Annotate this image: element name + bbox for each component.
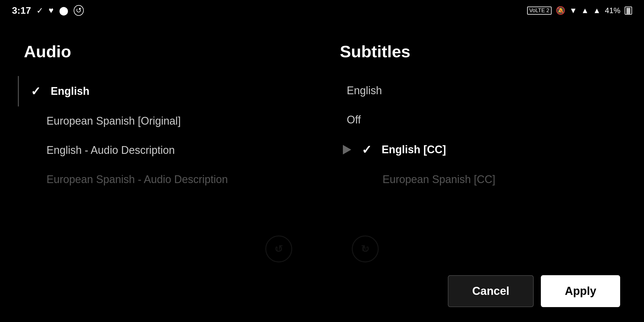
audio-option-english-label: English	[51, 85, 89, 97]
cancel-button[interactable]: Cancel	[448, 275, 534, 307]
audio-option-european-spanish[interactable]: European Spanish [Original]	[24, 106, 304, 136]
audio-section: Audio ✓ English European Spanish [Origin…	[24, 42, 322, 310]
audio-option-european-spanish-ad[interactable]: European Spanish - Audio Description	[24, 165, 304, 194]
check-icon: ✓	[36, 6, 43, 16]
subtitles-title: Subtitles	[340, 42, 620, 61]
subtitles-section: Subtitles English Off ✓ English [CC] Eur…	[322, 42, 620, 310]
subtitles-check-icon: ✓	[358, 143, 376, 157]
audio-option-english[interactable]: ✓ English	[24, 76, 304, 106]
subtitles-play-icon	[340, 145, 358, 154]
subtitles-option-off-label: Off	[347, 114, 361, 126]
background-controls: ↺ 10 ↻ 10	[265, 236, 379, 262]
loop-icon: ↺	[74, 5, 84, 16]
volte2-icon: VoLTE 2	[527, 7, 552, 15]
circle-icon: ⬤	[59, 6, 68, 16]
audio-check-icon: ✓	[24, 84, 45, 98]
subtitles-option-english-cc[interactable]: ✓ English [CC]	[340, 134, 620, 165]
bottom-buttons: Cancel Apply	[448, 275, 620, 307]
subtitles-option-off[interactable]: Off	[340, 105, 620, 134]
status-right: VoLTE 2 🔕 ▼ ▲ ▲ 41% ▓	[527, 6, 632, 15]
subtitles-option-european-spanish-cc[interactable]: European Spanish [CC]	[340, 165, 620, 194]
rewind-label: 10	[275, 246, 282, 253]
audio-option-european-spanish-label: European Spanish [Original]	[47, 115, 181, 127]
subtitles-option-english[interactable]: English	[340, 76, 620, 105]
signal1-icon: ▲	[581, 6, 589, 15]
audio-title: Audio	[24, 42, 304, 61]
audio-option-english-ad[interactable]: English - Audio Description	[24, 136, 304, 165]
forward-label: 10	[362, 246, 369, 253]
signal2-icon: ▲	[593, 6, 601, 15]
audio-options-list: ✓ English European Spanish [Original] En…	[24, 76, 304, 194]
wifi-icon: ▼	[569, 6, 577, 15]
mute-icon: 🔕	[556, 6, 565, 15]
subtitles-option-european-spanish-cc-label: European Spanish [CC]	[383, 173, 495, 186]
audio-option-european-spanish-ad-label: European Spanish - Audio Description	[47, 173, 228, 186]
status-bar: 3:17 ✓ ♥ ⬤ ↺ VoLTE 2 🔕 ▼ ▲ ▲ 41% ▓	[0, 0, 644, 21]
forward-button-ghost: ↻ 10	[352, 236, 379, 262]
battery-text: 41%	[605, 6, 620, 15]
status-time: 3:17	[12, 5, 31, 16]
rewind-button-ghost: ↺ 10	[265, 236, 292, 262]
subtitles-option-english-label: English	[347, 84, 382, 97]
battery-icon: ▓	[625, 7, 632, 15]
audio-option-english-ad-label: English - Audio Description	[47, 144, 175, 157]
heart-icon: ♥	[49, 6, 54, 15]
subtitles-options-list: English Off ✓ English [CC] European Span…	[340, 76, 620, 194]
subtitles-option-english-cc-label: English [CC]	[382, 143, 446, 156]
apply-button[interactable]: Apply	[541, 275, 620, 307]
status-left: 3:17 ✓ ♥ ⬤ ↺	[12, 5, 84, 16]
